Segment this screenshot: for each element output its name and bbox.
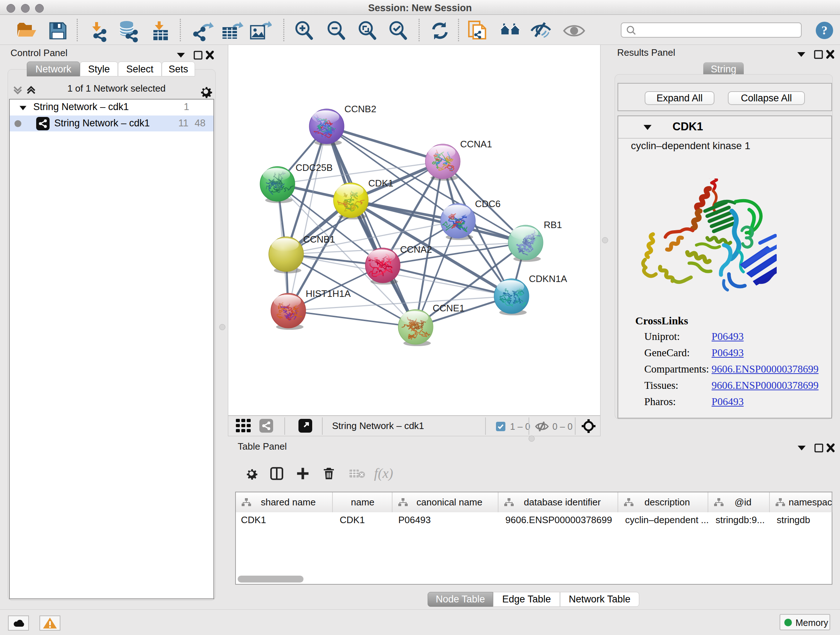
svg-text:CCNA1: CCNA1 (460, 139, 492, 149)
svg-text:CDC6: CDC6 (475, 198, 501, 209)
svg-text:CCNE1: CCNE1 (433, 302, 464, 314)
svg-text:RB1: RB1 (544, 219, 562, 230)
svg-text:CCNB2: CCNB2 (344, 103, 376, 114)
svg-text:?: ? (821, 24, 828, 37)
svg-text:HIST1H1A: HIST1H1A (306, 288, 351, 299)
svg-text:CCNA2: CCNA2 (400, 244, 432, 255)
svg-text:CDKN1A: CDKN1A (529, 273, 567, 284)
svg-text:CCNB1: CCNB1 (303, 234, 335, 245)
svg-text:CDK1: CDK1 (368, 178, 393, 188)
svg-text:CDC25B: CDC25B (295, 162, 333, 173)
